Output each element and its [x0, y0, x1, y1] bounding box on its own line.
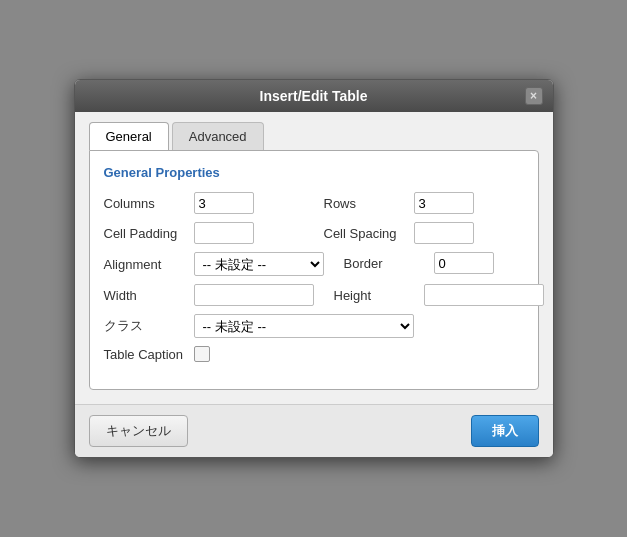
alignment-select[interactable]: -- 未設定 -- 左 中央 右: [194, 252, 324, 276]
cell-spacing-input[interactable]: [414, 222, 474, 244]
border-group: Border: [344, 252, 524, 284]
border-row: Border: [344, 252, 524, 274]
rows-group: Rows: [324, 192, 524, 222]
close-button[interactable]: ×: [525, 87, 543, 105]
cell-padding-row: Cell Padding: [104, 222, 304, 244]
insert-button[interactable]: 挿入: [471, 415, 539, 447]
cancel-button[interactable]: キャンセル: [89, 415, 188, 447]
section-title: General Properties: [104, 165, 524, 180]
tab-content-general: General Properties Columns Rows: [89, 150, 539, 390]
cell-spacing-group: Cell Spacing: [324, 222, 524, 252]
height-group: Height: [334, 284, 544, 314]
border-label: Border: [344, 256, 434, 271]
width-input[interactable]: [194, 284, 314, 306]
columns-label: Columns: [104, 196, 194, 211]
rows-input[interactable]: [414, 192, 474, 214]
close-icon: ×: [530, 90, 537, 102]
cell-spacing-row: Cell Spacing: [324, 222, 524, 244]
cell-padding-input[interactable]: [194, 222, 254, 244]
width-label: Width: [104, 288, 194, 303]
cell-padding-label: Cell Padding: [104, 226, 194, 241]
dialog-titlebar: Insert/Edit Table ×: [75, 80, 553, 112]
class-label: クラス: [104, 317, 194, 335]
width-height-row: Width Height: [104, 284, 524, 314]
dialog-title: Insert/Edit Table: [260, 88, 368, 104]
tab-advanced[interactable]: Advanced: [172, 122, 264, 150]
columns-rows-row: Columns Rows: [104, 192, 524, 222]
height-input[interactable]: [424, 284, 544, 306]
cell-spacing-label: Cell Spacing: [324, 226, 414, 241]
border-input[interactable]: [434, 252, 494, 274]
alignment-row: Alignment -- 未設定 -- 左 中央 右: [104, 252, 324, 276]
tab-general[interactable]: General: [89, 122, 169, 150]
dialog-footer: キャンセル 挿入: [75, 404, 553, 457]
dialog: Insert/Edit Table × General Advanced Gen…: [74, 79, 554, 458]
table-caption-label: Table Caption: [104, 347, 194, 362]
tabs: General Advanced: [89, 122, 539, 150]
rows-label: Rows: [324, 196, 414, 211]
table-caption-row: Table Caption: [104, 346, 524, 362]
class-select[interactable]: -- 未設定 --: [194, 314, 414, 338]
alignment-border-row: Alignment -- 未設定 -- 左 中央 右 Border: [104, 252, 524, 284]
cell-padding-group: Cell Padding: [104, 222, 304, 252]
table-caption-checkbox[interactable]: [194, 346, 210, 362]
padding-spacing-row: Cell Padding Cell Spacing: [104, 222, 524, 252]
dialog-body: General Advanced General Properties Colu…: [75, 112, 553, 404]
height-row: Height: [334, 284, 544, 306]
alignment-group: Alignment -- 未設定 -- 左 中央 右: [104, 252, 324, 284]
class-row: クラス -- 未設定 --: [104, 314, 524, 338]
columns-row: Columns: [104, 192, 304, 214]
rows-row: Rows: [324, 192, 524, 214]
width-group: Width: [104, 284, 314, 314]
alignment-label: Alignment: [104, 257, 194, 272]
width-row: Width: [104, 284, 314, 306]
height-label: Height: [334, 288, 424, 303]
columns-group: Columns: [104, 192, 304, 222]
columns-input[interactable]: [194, 192, 254, 214]
